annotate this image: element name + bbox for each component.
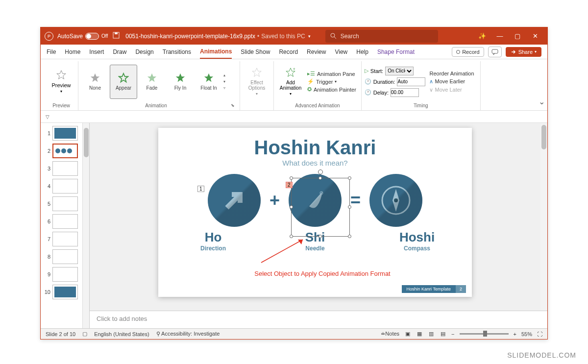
annotation-text: Select Object to Apply Copied Animation … — [237, 270, 408, 277]
save-icon[interactable] — [113, 32, 120, 40]
thumb-8[interactable] — [52, 249, 78, 264]
open-book-icon[interactable]: ▢ — [82, 331, 87, 337]
animation-gallery-expand[interactable]: ▴▾▿ — [223, 73, 230, 90]
fit-button[interactable]: ⛶ — [537, 331, 542, 337]
tab-insert[interactable]: Insert — [89, 46, 104, 58]
preview-button[interactable]: Preview▾ — [48, 65, 75, 99]
notes-toggle[interactable]: ≐Notes — [381, 331, 399, 337]
star-icon — [118, 73, 129, 84]
reading-view-icon[interactable]: ▥ — [428, 331, 435, 338]
editor-scrollbar[interactable] — [540, 123, 547, 311]
wand-icon[interactable]: ✨ — [474, 29, 490, 43]
resize-handle[interactable] — [348, 176, 351, 180]
zoom-in-button[interactable]: + — [514, 331, 516, 337]
tab-transitions[interactable]: Transitions — [163, 46, 191, 58]
notes-pane[interactable]: Click to add notes — [90, 311, 547, 328]
anim-flyin[interactable]: Fly In — [167, 65, 194, 99]
anim-appear[interactable]: Appear — [110, 65, 137, 99]
tab-slideshow[interactable]: Slide Show — [241, 46, 270, 58]
qat-row: ▽ — [41, 111, 547, 123]
minimize-button[interactable]: — — [491, 29, 508, 43]
slide-canvas[interactable]: Hoshin Kanri What does it mean? + = — [158, 128, 472, 297]
language-indicator[interactable]: English (United States) — [94, 331, 149, 337]
titlebar: P AutoSave Off 0051-hoshin-kanri-powerpo… — [41, 27, 547, 45]
circle-ho[interactable] — [208, 174, 261, 227]
anim-floatin[interactable]: Float In — [195, 65, 222, 99]
tab-design[interactable]: Design — [135, 46, 153, 58]
slide-editor[interactable]: Hoshin Kanri What does it mean? + = — [90, 123, 547, 311]
slideshow-view-icon[interactable]: ▤ — [440, 331, 446, 338]
sorter-view-icon[interactable]: ▦ — [416, 331, 423, 338]
thumb-9[interactable] — [52, 267, 78, 282]
selection-box[interactable] — [291, 178, 350, 237]
tab-home[interactable]: Home — [65, 46, 80, 58]
duration-field[interactable]: 🕐Duration: — [365, 77, 426, 86]
rotate-handle[interactable] — [318, 170, 323, 174]
annotation-arrow — [256, 236, 310, 265]
collapse-ribbon-icon[interactable]: ⌄ — [537, 97, 546, 108]
thumb-6[interactable] — [52, 214, 78, 229]
resize-handle[interactable] — [290, 176, 293, 180]
toggle-switch[interactable] — [85, 33, 99, 40]
record-button[interactable]: Record — [452, 47, 484, 57]
ribbon-tabs: File Home Insert Draw Design Transitions… — [41, 45, 547, 59]
star-plus-icon: + — [285, 67, 296, 79]
circle-hoshi[interactable] — [369, 174, 422, 227]
trigger-button[interactable]: ⚡Trigger▾ — [307, 78, 356, 85]
anim-tag-2[interactable]: 2 — [286, 182, 293, 188]
resize-handle[interactable] — [348, 205, 351, 209]
thumb-scrollbar[interactable] — [82, 123, 89, 328]
autosave-toggle[interactable]: AutoSave Off — [57, 33, 108, 40]
comments-button[interactable] — [488, 47, 502, 57]
star-icon — [90, 73, 100, 84]
tab-review[interactable]: Review — [307, 46, 326, 58]
resize-handle[interactable] — [318, 235, 322, 238]
thumb-7[interactable] — [52, 232, 78, 246]
zoom-level[interactable]: 55% — [521, 331, 532, 337]
search-input[interactable] — [341, 33, 433, 40]
accessibility-indicator[interactable]: ⚲ Accessibility: Investigate — [156, 331, 220, 337]
normal-view-icon[interactable]: ▣ — [404, 331, 411, 338]
zoom-slider[interactable] — [460, 333, 509, 335]
thumb-2[interactable] — [52, 144, 78, 158]
tab-animations[interactable]: Animations — [200, 45, 232, 59]
preview-star-icon — [56, 70, 67, 81]
tab-view[interactable]: View — [335, 46, 347, 58]
resize-handle[interactable] — [290, 205, 293, 209]
maximize-button[interactable]: ▢ — [509, 29, 526, 43]
delay-field[interactable]: 🕐Delay: — [365, 88, 426, 97]
move-earlier-button[interactable]: ∧ Move Earlier — [429, 78, 474, 85]
thumb-10[interactable] — [52, 285, 78, 299]
tab-file[interactable]: File — [47, 46, 56, 58]
tab-draw[interactable]: Draw — [113, 46, 126, 58]
anim-fade[interactable]: Fade — [138, 65, 166, 99]
start-selector[interactable]: ▷Start:On Click — [365, 67, 426, 75]
plus-sign: + — [270, 190, 280, 211]
dialog-launcher-icon[interactable]: ⬊ — [231, 103, 237, 108]
search-box[interactable] — [325, 30, 438, 43]
anim-none[interactable]: None — [81, 65, 109, 99]
slide-indicator[interactable]: Slide 2 of 10 — [46, 331, 75, 337]
zoom-out-button[interactable]: − — [451, 331, 454, 337]
resize-handle[interactable] — [348, 235, 351, 238]
share-button[interactable]: Share▾ — [506, 47, 541, 57]
filename[interactable]: 0051-hoshin-kanri-powerpoint-template-16… — [125, 33, 310, 40]
tab-record[interactable]: Record — [279, 46, 298, 58]
thumb-1[interactable] — [52, 126, 78, 141]
reorder-label: Reorder Animation — [429, 71, 474, 76]
close-button[interactable]: ✕ — [527, 29, 543, 43]
chevron-down-icon[interactable]: ▾ — [308, 34, 311, 39]
thumb-4[interactable] — [52, 179, 78, 194]
svg-rect-4 — [492, 49, 498, 53]
thumb-5[interactable] — [52, 196, 78, 211]
play-icon: ▷ — [365, 68, 368, 74]
svg-point-8 — [394, 198, 398, 202]
add-animation-button[interactable]: + AddAnimation▾ — [277, 65, 304, 99]
anim-tag-1[interactable]: 1 — [197, 186, 204, 192]
animation-painter-button[interactable]: ✪Animation Painter — [307, 86, 356, 93]
tab-shape-format[interactable]: Shape Format — [377, 46, 415, 58]
resize-handle[interactable] — [318, 176, 322, 180]
tab-help[interactable]: Help — [356, 46, 368, 58]
thumb-3[interactable] — [52, 161, 78, 176]
animation-pane-button[interactable]: ▸☰Animation Pane — [307, 71, 356, 77]
